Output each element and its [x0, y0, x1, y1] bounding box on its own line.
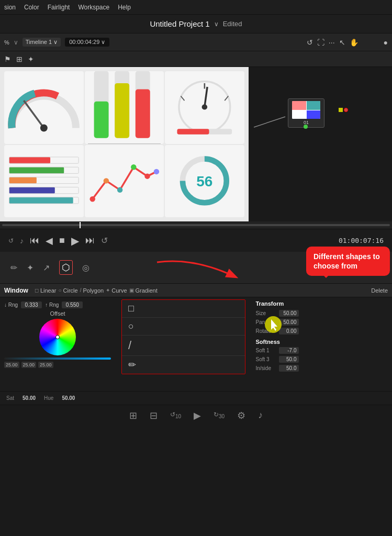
- delete-button[interactable]: Delete: [371, 287, 388, 294]
- svg-point-28: [103, 178, 108, 184]
- edited-label: Edited: [223, 20, 242, 28]
- more-icon[interactable]: ···: [329, 38, 335, 47]
- svg-rect-16: [177, 129, 209, 134]
- soft1-val[interactable]: -7.0: [279, 347, 299, 354]
- bottom-audio-icon[interactable]: ♪: [258, 410, 263, 421]
- sub-toolbar: ⚑ ⊞ ✦: [0, 51, 392, 67]
- project-chevron[interactable]: ∨: [214, 20, 219, 28]
- skip-back-10-icon[interactable]: ↺10: [170, 411, 181, 419]
- window-title: Window: [4, 287, 28, 294]
- menu-sion[interactable]: sion: [4, 4, 16, 11]
- menu-color[interactable]: Color: [24, 4, 39, 11]
- inside-row: In/side 50.0: [256, 365, 388, 372]
- sat-val[interactable]: 50.00: [23, 395, 36, 401]
- hue-label: Hue: [44, 395, 53, 401]
- svg-point-1: [40, 125, 48, 132]
- bottom-more-icon[interactable]: ⚙: [237, 410, 245, 421]
- transport-timecode: 01:00:07:16: [339, 237, 384, 244]
- pen-tool-icon[interactable]: ✏: [10, 263, 17, 273]
- shape-row-pen[interactable]: ✏: [122, 356, 245, 374]
- inside-val[interactable]: 50.0: [279, 365, 299, 372]
- playback-scrubber[interactable]: [2, 224, 390, 226]
- shape-row-circle[interactable]: ○: [122, 318, 245, 336]
- node-wire: [254, 72, 387, 216]
- shapes-column: □ ○ / ✏: [115, 297, 252, 391]
- timeline-selector[interactable]: Timeline 1 ∨: [23, 38, 61, 47]
- tab-curve[interactable]: ✦ Curve: [106, 287, 127, 294]
- stop-icon[interactable]: ■: [59, 235, 65, 246]
- soft3-label: Soft 3: [256, 356, 277, 362]
- tab-polygon[interactable]: / Polygon: [80, 287, 104, 294]
- main-area: 56 01: [0, 67, 392, 221]
- svg-point-29: [117, 187, 122, 193]
- playback-bar: [0, 221, 392, 229]
- sparkle-tool-icon[interactable]: ✦: [27, 263, 33, 273]
- color-wheel[interactable]: [39, 319, 76, 355]
- circle-tool-icon[interactable]: ⬡: [59, 260, 73, 275]
- loop-icon[interactable]: ↺: [8, 237, 14, 244]
- percent-label[interactable]: %: [4, 39, 9, 46]
- node-thumbnail: [292, 101, 320, 119]
- bottom-settings-icon[interactable]: ⊞: [129, 410, 137, 421]
- svg-rect-23: [9, 187, 54, 194]
- shape-row-line[interactable]: /: [122, 336, 245, 356]
- color-section: ↓ Rng 0.333 ↑ Rng 0.550 Offset 25.00 25.…: [0, 297, 392, 391]
- menu-help[interactable]: Help: [118, 4, 131, 11]
- audio-icon[interactable]: ♪: [20, 237, 24, 245]
- color-slider[interactable]: [4, 358, 111, 360]
- bottom-play-icon[interactable]: ▶: [194, 410, 201, 421]
- extra-tool-icon[interactable]: ◎: [82, 263, 89, 273]
- annotation-area: ✏ ✦ ↗ ⬡ ◎ Different shapes to choose fro…: [0, 252, 392, 283]
- offset-label: Offset: [4, 310, 111, 317]
- rng-down-value[interactable]: 0.333: [21, 302, 42, 308]
- bottom-bar: ⊞ ⊟ ↺10 ▶ ↻30 ⚙ ♪: [0, 405, 392, 426]
- menu-bar: sion Color Fairlight Workspace Help: [0, 0, 392, 15]
- svg-line-35: [254, 117, 285, 127]
- go-end-icon[interactable]: ⏭: [85, 235, 95, 246]
- shape-row-square[interactable]: □: [122, 300, 245, 318]
- menu-fairlight[interactable]: Fairlight: [48, 4, 70, 11]
- svg-line-13: [205, 87, 207, 107]
- soft3-val[interactable]: 50.0: [279, 356, 299, 363]
- node-box[interactable]: 01: [288, 98, 324, 128]
- skip-forward-30-icon[interactable]: ↻30: [214, 411, 225, 419]
- expand-icon[interactable]: ⛶: [317, 38, 324, 47]
- svg-point-32: [153, 169, 159, 174]
- val-3[interactable]: 25.00: [38, 362, 53, 368]
- val-2[interactable]: 25.00: [21, 362, 37, 368]
- refresh-icon[interactable]: ↺: [307, 38, 313, 47]
- color-left-panel: ↓ Rng 0.333 ↑ Rng 0.550 Offset 25.00 25.…: [0, 297, 115, 391]
- hue-val[interactable]: 50.00: [62, 395, 75, 401]
- replay-icon[interactable]: ↺: [101, 236, 108, 245]
- cursor-icon[interactable]: ↖: [339, 38, 345, 47]
- hand-icon[interactable]: ✋: [350, 38, 359, 47]
- node-red-dot: [344, 108, 348, 112]
- sat-label: Sat: [6, 395, 14, 401]
- bottom-vals: 25.00 25.00 25.00: [4, 362, 111, 368]
- preview-panel: 56: [0, 67, 249, 221]
- curve-icon: ✦: [106, 287, 110, 293]
- tab-linear[interactable]: ◻ Linear: [35, 287, 57, 294]
- rng-up-value[interactable]: 0.550: [62, 302, 83, 308]
- svg-rect-21: [9, 177, 36, 184]
- widget-bars: [85, 71, 164, 144]
- window-label-row: Window ◻ Linear ○ Circle / Polygon ✦ Cur…: [0, 283, 392, 297]
- gradient-icon: ▣: [129, 287, 134, 293]
- tab-gradient[interactable]: ▣ Gradient: [129, 287, 158, 294]
- arrow-tool-icon[interactable]: ↗: [43, 263, 50, 273]
- widget-linechart: [85, 145, 164, 218]
- menu-workspace[interactable]: Workspace: [78, 4, 109, 11]
- inside-label: In/side: [256, 365, 277, 371]
- svg-rect-3: [94, 102, 108, 138]
- val-1[interactable]: 25.00: [4, 362, 19, 368]
- shapes-panel: □ ○ / ✏: [121, 299, 245, 374]
- prev-frame-icon[interactable]: ◀: [46, 235, 53, 247]
- play-icon[interactable]: ▶: [71, 234, 79, 247]
- bottom-media-icon[interactable]: ⊟: [150, 410, 158, 421]
- magic-icon[interactable]: ✦: [28, 55, 34, 63]
- timecode-display[interactable]: 00:00:04:29 ∨: [65, 38, 109, 47]
- tab-circle[interactable]: ○ Circle: [58, 287, 77, 294]
- grid-icon[interactable]: ⊞: [16, 55, 23, 63]
- flag-icon[interactable]: ⚑: [4, 55, 11, 63]
- go-start-icon[interactable]: ⏮: [30, 235, 39, 246]
